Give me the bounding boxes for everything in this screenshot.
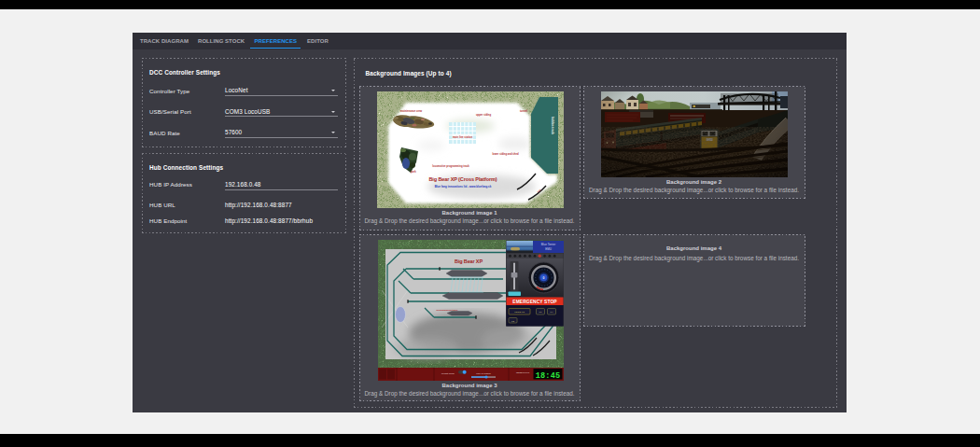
svg-text:Big Bear XP (Cross Platform): Big Bear XP (Cross Platform) bbox=[428, 175, 497, 181]
svg-text:freight mode: freight mode bbox=[441, 372, 455, 375]
svg-text:locomotive programming track: locomotive programming track bbox=[432, 164, 469, 168]
svg-text:18:45: 18:45 bbox=[535, 371, 560, 381]
svg-text:lower siding and shed: lower siding and shed bbox=[492, 152, 519, 156]
svg-text:EMU: EMU bbox=[545, 247, 552, 251]
svg-text:0: 0 bbox=[542, 276, 544, 280]
svg-text:Blue Terrier: Blue Terrier bbox=[540, 243, 554, 246]
svg-text:maintenance crew: maintenance crew bbox=[399, 108, 422, 112]
svg-text:Big Bear XP: Big Bear XP bbox=[455, 258, 483, 264]
svg-text:upper siding: upper siding bbox=[475, 113, 490, 117]
svg-text:programming track: programming track bbox=[436, 309, 457, 312]
svg-text:park: park bbox=[410, 170, 415, 174]
svg-text:tunnel: tunnel bbox=[519, 108, 526, 112]
svg-text:Max is loaded: Max is loaded bbox=[476, 372, 491, 375]
svg-text:RESET/PWR: RESET/PWR bbox=[515, 371, 528, 374]
svg-text:hidden track: hidden track bbox=[550, 117, 553, 134]
svg-text:LOCO F8: LOCO F8 bbox=[514, 311, 525, 314]
svg-text:Blue fang innovations ltd - ww: Blue fang innovations ltd - www.bluefang… bbox=[434, 185, 491, 189]
svg-text:EMERGENCY STOP: EMERGENCY STOP bbox=[512, 300, 557, 304]
svg-text:main line station: main line station bbox=[452, 134, 472, 138]
